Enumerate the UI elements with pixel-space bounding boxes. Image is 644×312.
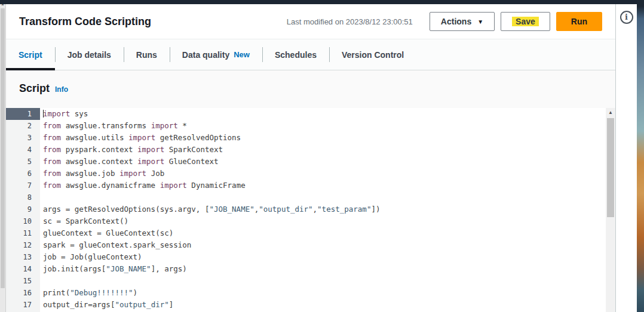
page-header: Transform Code Scripting Last modified o… bbox=[6, 4, 615, 39]
code-line[interactable] bbox=[43, 191, 606, 203]
tab-bar: ScriptJob detailsRunsData qualityNewSche… bbox=[6, 39, 615, 70]
code-line[interactable]: job.init(args["JOB_NAME"], args) bbox=[43, 263, 606, 275]
code-editor[interactable]: 1234567891011121314151617 import sysfrom… bbox=[6, 108, 615, 312]
code-line[interactable]: from awsglue.transforms import * bbox=[43, 120, 606, 132]
code-line[interactable]: job = Job(glueContext) bbox=[43, 251, 606, 263]
code-line[interactable]: from awsglue.utils import getResolvedOpt… bbox=[43, 132, 606, 144]
code-line[interactable] bbox=[43, 275, 606, 287]
line-number: 1 bbox=[6, 108, 40, 120]
window-left-scrollbar[interactable]: ▲ bbox=[0, 0, 6, 312]
actions-button[interactable]: Actions ▼ bbox=[430, 12, 495, 31]
line-number: 11 bbox=[6, 227, 40, 239]
save-button[interactable]: Save bbox=[501, 12, 550, 31]
editor-scrollbar[interactable]: ▲ bbox=[606, 108, 615, 312]
code-line[interactable]: import sys bbox=[43, 108, 606, 120]
code-line[interactable]: from awsglue.job import Job bbox=[43, 168, 606, 180]
left-scrollbar-thumb[interactable] bbox=[1, 8, 5, 288]
tab-script[interactable]: Script bbox=[6, 39, 55, 70]
last-modified-text: Last modified on 2023/8/12 23:00:51 bbox=[287, 17, 413, 26]
tab-label: Schedules bbox=[275, 50, 317, 60]
line-number: 12 bbox=[6, 239, 40, 251]
tab-label: Runs bbox=[136, 50, 157, 60]
run-button[interactable]: Run bbox=[556, 12, 602, 31]
code-line[interactable]: spark = glueContext.spark_session bbox=[43, 239, 606, 251]
line-number: 15 bbox=[6, 275, 40, 287]
code-line[interactable]: glueContext = GlueContext(sc) bbox=[43, 227, 606, 239]
line-number-gutter: 1234567891011121314151617 bbox=[6, 108, 40, 312]
line-number: 8 bbox=[6, 191, 40, 203]
page-title: Transform Code Scripting bbox=[19, 16, 151, 28]
code-line[interactable]: print("Debug!!!!!!!") bbox=[43, 287, 606, 299]
line-number: 3 bbox=[6, 132, 40, 144]
chevron-down-icon: ▼ bbox=[477, 18, 483, 25]
actions-button-label: Actions bbox=[441, 17, 471, 26]
line-number: 9 bbox=[6, 203, 40, 215]
tab-data-quality[interactable]: Data qualityNew bbox=[170, 39, 262, 70]
line-number: 2 bbox=[6, 120, 40, 132]
code-line[interactable]: from awsglue.dynamicframe import Dynamic… bbox=[43, 180, 606, 191]
line-number: 10 bbox=[6, 215, 40, 227]
tab-runs[interactable]: Runs bbox=[124, 39, 170, 70]
scroll-up-icon[interactable]: ▲ bbox=[606, 108, 615, 117]
info-icon[interactable]: i bbox=[620, 11, 633, 24]
line-number: 7 bbox=[6, 180, 40, 191]
tab-version-control[interactable]: Version Control bbox=[329, 39, 416, 70]
tab-label: Version Control bbox=[342, 50, 404, 60]
code-line[interactable]: from pyspark.context import SparkContext bbox=[43, 144, 606, 156]
line-number: 5 bbox=[6, 156, 40, 168]
job-editor-card: Transform Code Scripting Last modified o… bbox=[6, 4, 615, 312]
line-number: 14 bbox=[6, 263, 40, 275]
code-area[interactable]: import sysfrom awsglue.transforms import… bbox=[40, 108, 606, 312]
save-button-label: Save bbox=[512, 17, 539, 26]
tab-label: Script bbox=[19, 50, 42, 60]
desktop-wallpaper-sliver bbox=[637, 0, 644, 312]
line-number: 16 bbox=[6, 287, 40, 299]
code-line[interactable]: sc = SparkContext() bbox=[43, 215, 606, 227]
tab-label: Data quality bbox=[182, 50, 229, 60]
editor-scrollbar-thumb[interactable] bbox=[607, 118, 614, 217]
script-section-header: Script Info bbox=[6, 70, 615, 108]
line-number: 13 bbox=[6, 251, 40, 263]
run-button-label: Run bbox=[571, 17, 587, 26]
code-line[interactable]: args = getResolvedOptions(sys.argv, ["JO… bbox=[43, 203, 606, 215]
console-navbar-edge bbox=[0, 0, 637, 4]
line-number: 4 bbox=[6, 144, 40, 156]
new-badge: New bbox=[234, 50, 250, 59]
tab-job-details[interactable]: Job details bbox=[55, 39, 124, 70]
tab-schedules[interactable]: Schedules bbox=[262, 39, 329, 70]
info-link[interactable]: Info bbox=[55, 85, 68, 94]
code-line[interactable]: output_dir=args["output_dir"] bbox=[43, 299, 606, 311]
section-title: Script bbox=[19, 82, 50, 95]
line-number: 6 bbox=[6, 168, 40, 180]
code-line[interactable]: from awsglue.context import GlueContext bbox=[43, 156, 606, 168]
line-number: 17 bbox=[6, 299, 40, 311]
tab-label: Job details bbox=[68, 50, 111, 60]
help-panel-strip: i bbox=[615, 4, 637, 312]
